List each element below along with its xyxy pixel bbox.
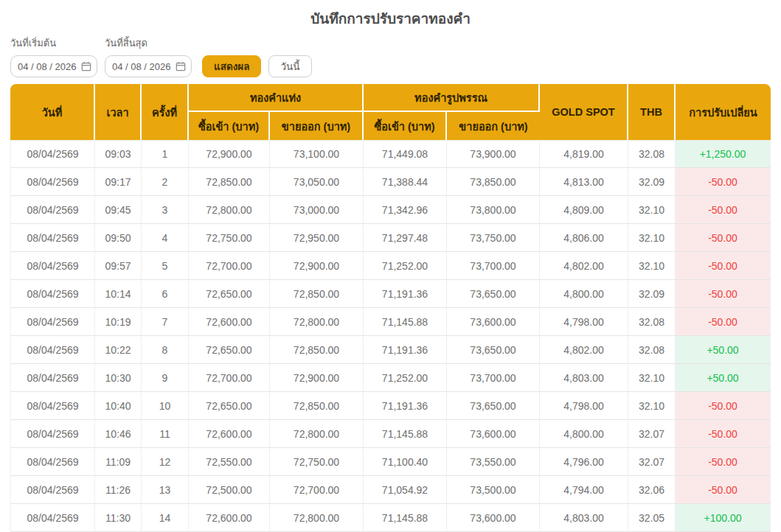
cell-jewelry-buy: 71,252.00 bbox=[364, 252, 447, 280]
header-jewelry-buy: ซื้อเข้า (บาท) bbox=[364, 112, 447, 140]
gold-price-page: บันทึกการปรับราคาทองคำ วันที่เริ่มต้น วั… bbox=[0, 0, 781, 532]
page-title: บันทึกการปรับราคาทองคำ bbox=[10, 6, 771, 29]
cell-bar-buy: 72,800.00 bbox=[189, 196, 270, 224]
table-row: 08/04/2569 11:30 14 72,600.00 72,800.00 … bbox=[10, 504, 771, 532]
cell-round: 13 bbox=[142, 476, 189, 504]
start-date-field[interactable] bbox=[10, 55, 97, 77]
header-jewelry-sell: ขายออก (บาท) bbox=[447, 112, 540, 140]
cell-round: 1 bbox=[142, 140, 189, 168]
cell-bar-buy: 72,850.00 bbox=[189, 168, 270, 196]
cell-thb: 32.08 bbox=[628, 308, 676, 336]
cell-change: -50.00 bbox=[676, 392, 771, 420]
cell-bar-sell: 72,900.00 bbox=[270, 252, 364, 280]
header-change: การปรับเปลี่ยน bbox=[676, 84, 771, 140]
cell-bar-buy: 72,600.00 bbox=[189, 420, 270, 448]
cell-gold-spot: 4,806.00 bbox=[540, 224, 628, 252]
cell-thb: 32.10 bbox=[628, 196, 676, 224]
cell-thb: 32.07 bbox=[628, 420, 676, 448]
cell-date: 08/04/2569 bbox=[10, 392, 95, 420]
cell-thb: 32.05 bbox=[628, 504, 676, 532]
cell-date: 08/04/2569 bbox=[10, 364, 95, 392]
cell-thb: 32.09 bbox=[628, 168, 676, 196]
cell-gold-spot: 4,813.00 bbox=[540, 168, 628, 196]
end-date-field[interactable] bbox=[105, 55, 192, 77]
cell-jewelry-sell: 73,650.00 bbox=[447, 392, 540, 420]
cell-change: -50.00 bbox=[676, 308, 771, 336]
cell-date: 08/04/2569 bbox=[10, 308, 95, 336]
table-row: 08/04/2569 10:40 10 72,650.00 72,850.00 … bbox=[10, 392, 771, 420]
cell-time: 10:46 bbox=[95, 420, 142, 448]
cell-jewelry-sell: 73,750.00 bbox=[447, 224, 540, 252]
cell-change: -50.00 bbox=[676, 420, 771, 448]
cell-jewelry-sell: 73,650.00 bbox=[447, 280, 540, 308]
cell-date: 08/04/2569 bbox=[10, 196, 95, 224]
cell-change: -50.00 bbox=[676, 196, 771, 224]
cell-time: 09:17 bbox=[95, 168, 142, 196]
cell-jewelry-buy: 71,145.88 bbox=[364, 504, 447, 532]
cell-time: 09:45 bbox=[95, 196, 142, 224]
cell-bar-buy: 72,600.00 bbox=[189, 504, 270, 532]
cell-date: 08/04/2569 bbox=[10, 224, 95, 252]
cell-gold-spot: 4,803.00 bbox=[540, 504, 628, 532]
cell-bar-sell: 73,050.00 bbox=[270, 168, 364, 196]
cell-change: +50.00 bbox=[676, 364, 771, 392]
cell-jewelry-buy: 71,054.92 bbox=[364, 476, 447, 504]
cell-jewelry-buy: 71,191.36 bbox=[364, 280, 447, 308]
table-row: 08/04/2569 10:14 6 72,650.00 72,850.00 7… bbox=[10, 280, 771, 308]
cell-time: 09:57 bbox=[95, 252, 142, 280]
cell-time: 11:26 bbox=[95, 476, 142, 504]
cell-change: -50.00 bbox=[676, 224, 771, 252]
cell-date: 08/04/2569 bbox=[10, 476, 95, 504]
header-bar-sell: ขายออก (บาท) bbox=[270, 112, 364, 140]
cell-round: 10 bbox=[142, 392, 189, 420]
cell-thb: 32.08 bbox=[628, 336, 676, 364]
cell-gold-spot: 4,794.00 bbox=[540, 476, 628, 504]
cell-bar-sell: 72,700.00 bbox=[270, 476, 364, 504]
cell-bar-buy: 72,500.00 bbox=[189, 476, 270, 504]
cell-bar-sell: 72,850.00 bbox=[270, 336, 364, 364]
cell-jewelry-buy: 71,145.88 bbox=[364, 308, 447, 336]
cell-time: 10:19 bbox=[95, 308, 142, 336]
cell-change: +100.00 bbox=[676, 504, 771, 532]
show-results-button[interactable]: แสดงผล bbox=[202, 55, 261, 77]
cell-bar-sell: 73,000.00 bbox=[270, 196, 364, 224]
calendar-icon bbox=[81, 61, 91, 71]
cell-jewelry-sell: 73,600.00 bbox=[447, 504, 540, 532]
filter-bar: วันที่เริ่มต้น วันที่สิ้นสุด bbox=[10, 35, 771, 77]
cell-jewelry-sell: 73,800.00 bbox=[447, 196, 540, 224]
today-button[interactable]: วันนี้ bbox=[268, 55, 311, 77]
cell-time: 11:30 bbox=[95, 504, 142, 532]
start-date-input[interactable] bbox=[18, 61, 77, 72]
cell-time: 11:09 bbox=[95, 448, 142, 476]
cell-thb: 32.09 bbox=[628, 280, 676, 308]
table-row: 08/04/2569 10:30 9 72,700.00 72,900.00 7… bbox=[10, 364, 771, 392]
cell-date: 08/04/2569 bbox=[10, 280, 95, 308]
end-date-input[interactable] bbox=[112, 61, 171, 72]
cell-bar-buy: 72,700.00 bbox=[189, 252, 270, 280]
header-date: วันที่ bbox=[10, 84, 95, 140]
cell-round: 12 bbox=[142, 448, 189, 476]
end-date-label: วันที่สิ้นสุด bbox=[105, 35, 192, 51]
cell-bar-buy: 72,600.00 bbox=[189, 308, 270, 336]
cell-round: 8 bbox=[142, 336, 189, 364]
cell-jewelry-sell: 73,600.00 bbox=[447, 420, 540, 448]
table-row: 08/04/2569 09:50 4 72,750.00 72,950.00 7… bbox=[10, 224, 771, 252]
cell-round: 3 bbox=[142, 196, 189, 224]
cell-gold-spot: 4,802.00 bbox=[540, 336, 628, 364]
cell-time: 10:30 bbox=[95, 364, 142, 392]
cell-gold-spot: 4,798.00 bbox=[540, 308, 628, 336]
cell-date: 08/04/2569 bbox=[10, 168, 95, 196]
cell-jewelry-sell: 73,850.00 bbox=[447, 168, 540, 196]
price-table-body: 08/04/2569 09:03 1 72,900.00 73,100.00 7… bbox=[10, 140, 771, 532]
cell-date: 08/04/2569 bbox=[10, 252, 95, 280]
cell-bar-sell: 72,800.00 bbox=[270, 308, 364, 336]
cell-round: 6 bbox=[142, 280, 189, 308]
cell-bar-buy: 72,650.00 bbox=[189, 392, 270, 420]
cell-bar-sell: 72,850.00 bbox=[270, 392, 364, 420]
cell-time: 10:40 bbox=[95, 392, 142, 420]
cell-date: 08/04/2569 bbox=[10, 336, 95, 364]
cell-gold-spot: 4,809.00 bbox=[540, 196, 628, 224]
cell-round: 4 bbox=[142, 224, 189, 252]
cell-jewelry-sell: 73,700.00 bbox=[447, 364, 540, 392]
cell-change: -50.00 bbox=[676, 280, 771, 308]
